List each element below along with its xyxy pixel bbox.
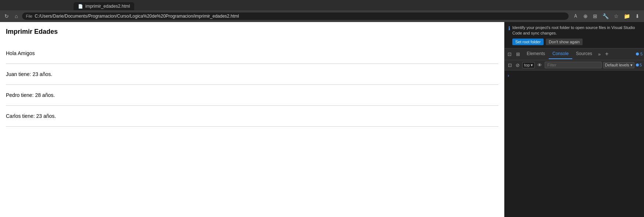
filter-input[interactable] [545,62,602,68]
console-badge: 5 [636,52,643,56]
default-levels-dropdown-icon: ▾ [630,63,633,68]
inspect-element-icon[interactable]: ⊡ [506,51,513,58]
more-tabs-icon[interactable]: » [596,50,603,58]
devtools-tab-icons: ⊡ ⊞ [506,51,522,58]
eye-icon[interactable]: 👁 [536,62,543,69]
devtools-tabs: ⊡ ⊞ Elements Console Sources » + 5 [505,48,644,60]
badge-number-toolbar: 5 [640,63,642,67]
favorites-button[interactable]: ☆ [612,12,620,20]
translate-button[interactable]: ⊕ [582,12,589,20]
address-bar[interactable]: File C:/Users/Darie/Documents/Programaci… [22,12,569,20]
section-carlos: Carlos tiene: 23 años. [6,106,498,127]
tab-file-icon: 📄 [78,4,83,9]
nav-bar: ↻ ⌂ File C:/Users/Darie/Documents/Progra… [0,10,644,22]
context-label: top [524,63,530,67]
address-url: C:/Users/Darie/Documents/Programacion/Cu… [35,14,239,19]
console-context-dropdown[interactable]: top ▾ [522,62,535,68]
home-button[interactable]: ⌂ [13,12,19,20]
section-hola-text: Hola Amigos [6,50,498,56]
console-error-badge: 5 [636,63,642,67]
tab-title: imprimir_edades2.html [85,4,130,9]
tab-elements[interactable]: Elements [523,49,549,59]
tab-sources[interactable]: Sources [572,49,596,59]
block-icon[interactable]: ⊘ [515,62,521,69]
section-pedro-text: Pedro tiene: 28 años. [6,92,498,98]
section-carlos-text: Carlos tiene: 23 años. [6,113,498,119]
refresh-button[interactable]: ↻ [3,12,10,20]
tab-bar: 📄 imprimir_edades2.html [0,0,644,10]
badge-dot-toolbar [636,64,639,66]
info-banner: ℹ Identify your project's root folder to… [505,22,644,48]
section-hola: Hola Amigos [6,43,498,64]
default-levels-label: Default levels [605,63,629,67]
set-root-folder-button[interactable]: Set root folder [512,39,544,45]
browser-chrome: 📄 imprimir_edades2.html ↻ ⌂ File C:/User… [0,0,644,22]
download-button[interactable]: ⬇ [634,12,641,20]
reader-mode-button[interactable]: Ａ [572,12,580,20]
page-title: Imprimir Edades [6,28,498,36]
file-protocol-icon: File [26,14,32,18]
info-icon: ℹ [508,25,510,45]
section-juan-text: Juan tiene: 23 años. [6,71,498,77]
nav-icons-right: Ａ ⊕ ⊞ 🔧 ☆ 📁 ⬇ [572,12,641,20]
extensions-button[interactable]: 🔧 [601,12,610,20]
add-tab-icon[interactable]: + [603,50,611,58]
info-banner-text: Identify your project's root folder to o… [512,25,635,35]
console-toolbar: ⊡ ⊘ top ▾ 👁 Default levels ▾ 5 [505,60,644,70]
section-pedro: Pedro tiene: 28 años. [6,85,498,106]
collections-button[interactable]: 📁 [622,12,631,20]
main-area: Imprimir Edades Hola Amigos Juan tiene: … [0,22,644,217]
context-dropdown-icon: ▾ [531,63,533,68]
screenshot-button[interactable]: ⊞ [591,12,599,20]
console-content: › [505,70,644,217]
clear-console-icon[interactable]: ⊡ [507,62,513,69]
console-arrow[interactable]: › [508,73,509,78]
default-levels-dropdown[interactable]: Default levels ▾ [603,62,634,68]
badge-number: 5 [640,52,643,56]
dont-show-again-button[interactable]: Don't show again [546,39,583,45]
tab-console[interactable]: Console [549,49,572,59]
badge-dot [636,53,639,55]
section-juan: Juan tiene: 23 años. [6,64,498,85]
webpage-content: Imprimir Edades Hola Amigos Juan tiene: … [0,22,504,217]
device-mode-icon[interactable]: ⊞ [515,51,522,58]
devtools-panel: ℹ Identify your project's root folder to… [504,22,644,217]
browser-tab[interactable]: 📄 imprimir_edades2.html [74,2,134,10]
